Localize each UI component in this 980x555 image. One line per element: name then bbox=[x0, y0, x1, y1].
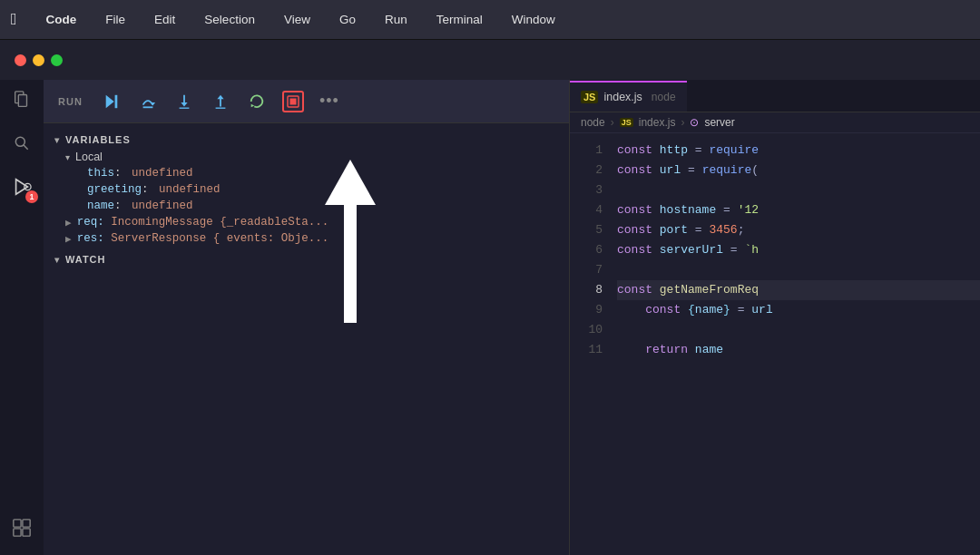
svg-marker-20 bbox=[251, 103, 255, 107]
var-this-value: undefined bbox=[132, 167, 193, 180]
line-num-3: 3 bbox=[570, 180, 603, 200]
svg-rect-6 bbox=[14, 520, 21, 527]
step-into-button[interactable] bbox=[173, 91, 195, 112]
svg-rect-8 bbox=[14, 529, 21, 536]
menu-terminal[interactable]: Terminal bbox=[433, 11, 486, 28]
tab-suffix: node bbox=[652, 91, 676, 103]
watch-header[interactable]: ▾ WATCH bbox=[44, 250, 569, 268]
main-layout: 1 RUN bbox=[0, 80, 980, 555]
tab-indexjs[interactable]: JS index.js node bbox=[570, 81, 687, 112]
js-icon: JS bbox=[581, 91, 598, 103]
var-greeting-colon: : bbox=[142, 183, 155, 196]
continue-button[interactable] bbox=[101, 91, 122, 112]
minimize-button[interactable] bbox=[33, 54, 44, 66]
apple-icon[interactable]:  bbox=[11, 10, 17, 29]
run-label: RUN bbox=[58, 96, 83, 107]
code-line-6: const serverUrl = `h bbox=[617, 240, 980, 260]
var-name-key: name bbox=[87, 200, 114, 212]
svg-rect-7 bbox=[23, 520, 30, 527]
svg-rect-11 bbox=[114, 94, 117, 107]
stop-button[interactable] bbox=[282, 91, 304, 112]
window: 1 RUN bbox=[0, 40, 980, 555]
code-line-5: const port = 3456; bbox=[617, 220, 980, 240]
svg-rect-22 bbox=[289, 98, 296, 104]
menu-window[interactable]: Window bbox=[508, 11, 559, 28]
menu-code[interactable]: Code bbox=[43, 11, 81, 28]
svg-marker-15 bbox=[181, 102, 187, 106]
local-chevron: ▾ bbox=[65, 152, 70, 162]
menu-selection[interactable]: Selection bbox=[201, 11, 259, 28]
breadcrumb-file: index.js bbox=[639, 116, 676, 129]
breadcrumb-sep1: › bbox=[611, 116, 614, 129]
breadcrumb: node › JS index.js › ⊙ server bbox=[570, 112, 980, 133]
close-button[interactable] bbox=[15, 54, 26, 66]
arrow-up-indicator bbox=[325, 160, 376, 323]
debug-sidebar: RUN bbox=[44, 80, 570, 555]
code-line-11: return name bbox=[617, 340, 980, 360]
var-res[interactable]: ▶ res: ServerResponse { events: Obje... bbox=[44, 230, 569, 247]
var-name-value: undefined bbox=[132, 200, 193, 212]
menu-file[interactable]: File bbox=[102, 11, 129, 28]
breadcrumb-js-icon: JS bbox=[620, 118, 633, 127]
local-header[interactable]: ▾ Local bbox=[44, 149, 569, 165]
variables-label: VARIABLES bbox=[65, 134, 131, 145]
debug-toolbar: RUN bbox=[44, 80, 569, 123]
variables-section: ▾ VARIABLES ▾ Local this : undefined gre… bbox=[44, 123, 569, 276]
step-over-button[interactable] bbox=[137, 91, 159, 112]
menu-go[interactable]: Go bbox=[336, 11, 359, 28]
line-num-8: 8 bbox=[570, 280, 603, 300]
code-line-2: const url = require( bbox=[617, 161, 980, 180]
svg-marker-18 bbox=[217, 94, 223, 99]
line-num-11: 11 bbox=[570, 340, 603, 360]
breadcrumb-node: node bbox=[581, 116, 605, 129]
tab-label: index.js bbox=[603, 91, 642, 103]
title-bar bbox=[0, 40, 980, 80]
watch-label: WATCH bbox=[65, 254, 106, 265]
extensions-icon[interactable] bbox=[9, 515, 34, 540]
line-num-6: 6 bbox=[570, 240, 603, 260]
more-button[interactable]: ••• bbox=[318, 91, 340, 112]
activity-bar: 1 bbox=[0, 80, 44, 555]
menu-run[interactable]: Run bbox=[381, 11, 411, 28]
line-num-2: 2 bbox=[570, 161, 603, 180]
line-num-9: 9 bbox=[570, 300, 603, 320]
line-num-1: 1 bbox=[570, 141, 603, 161]
var-greeting-value: undefined bbox=[159, 183, 220, 196]
watch-chevron: ▾ bbox=[54, 255, 60, 265]
svg-marker-12 bbox=[151, 102, 155, 105]
editor-panel: JS index.js node node › JS index.js › ⊙ … bbox=[570, 80, 980, 555]
menu-view[interactable]: View bbox=[280, 11, 314, 28]
breadcrumb-sep2: › bbox=[681, 116, 684, 129]
svg-line-3 bbox=[24, 145, 28, 150]
local-label: Local bbox=[75, 151, 103, 163]
res-expand-icon: ▶ bbox=[65, 233, 72, 245]
var-req-text: req: IncomingMessage {_readableSta... bbox=[77, 216, 329, 229]
var-this-name: this bbox=[87, 167, 114, 180]
menu-edit[interactable]: Edit bbox=[151, 11, 179, 28]
variables-header[interactable]: ▾ VARIABLES bbox=[44, 131, 569, 149]
search-icon[interactable] bbox=[9, 131, 34, 156]
line-num-5: 5 bbox=[570, 220, 603, 240]
restart-button[interactable] bbox=[246, 91, 268, 112]
editor-tabs: JS index.js node bbox=[570, 80, 980, 112]
var-this-colon: : bbox=[114, 167, 128, 180]
var-res-text: res: ServerResponse { events: Obje... bbox=[77, 232, 329, 245]
svg-rect-1 bbox=[18, 95, 26, 107]
var-this[interactable]: this : undefined bbox=[44, 165, 569, 181]
files-icon[interactable] bbox=[9, 87, 34, 112]
run-debug-icon[interactable]: 1 bbox=[9, 174, 34, 200]
code-content[interactable]: const http = require const url = require… bbox=[617, 133, 980, 555]
line-num-4: 4 bbox=[570, 200, 603, 220]
var-name[interactable]: name : undefined bbox=[44, 198, 569, 214]
code-line-9: const {name} = url bbox=[617, 300, 980, 320]
variables-chevron: ▾ bbox=[54, 135, 60, 145]
var-req[interactable]: ▶ req: IncomingMessage {_readableSta... bbox=[44, 214, 569, 230]
code-line-3 bbox=[617, 180, 980, 200]
code-line-8: const getNameFromReq bbox=[617, 280, 980, 300]
breadcrumb-server-icon: ⊙ bbox=[690, 116, 699, 129]
step-out-button[interactable] bbox=[210, 91, 231, 112]
line-num-7: 7 bbox=[570, 260, 603, 280]
var-greeting[interactable]: greeting : undefined bbox=[44, 181, 569, 198]
code-line-10 bbox=[617, 320, 980, 340]
maximize-button[interactable] bbox=[51, 54, 63, 66]
